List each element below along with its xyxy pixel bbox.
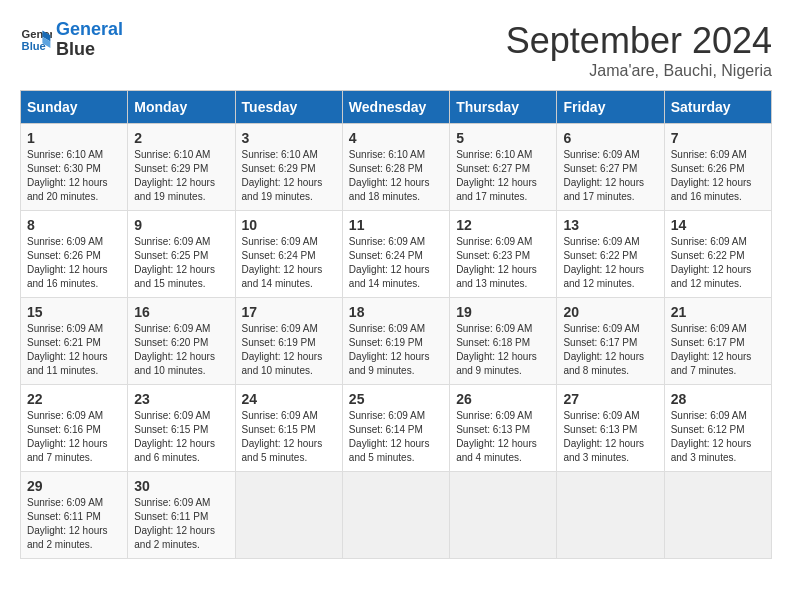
day-number: 15 xyxy=(27,304,121,320)
day-info: Sunrise: 6:09 AMSunset: 6:17 PMDaylight:… xyxy=(563,322,657,378)
calendar-title-area: September 2024 Jama'are, Bauchi, Nigeria xyxy=(506,20,772,80)
day-info: Sunrise: 6:09 AMSunset: 6:13 PMDaylight:… xyxy=(456,409,550,465)
day-number: 3 xyxy=(242,130,336,146)
calendar-header-thursday: Thursday xyxy=(450,91,557,124)
day-number: 18 xyxy=(349,304,443,320)
table-row: 27Sunrise: 6:09 AMSunset: 6:13 PMDayligh… xyxy=(557,385,664,472)
day-number: 30 xyxy=(134,478,228,494)
day-number: 24 xyxy=(242,391,336,407)
day-info: Sunrise: 6:09 AMSunset: 6:13 PMDaylight:… xyxy=(563,409,657,465)
day-number: 4 xyxy=(349,130,443,146)
day-number: 27 xyxy=(563,391,657,407)
day-number: 20 xyxy=(563,304,657,320)
table-row: 29Sunrise: 6:09 AMSunset: 6:11 PMDayligh… xyxy=(21,472,128,559)
calendar-week-row: 1Sunrise: 6:10 AMSunset: 6:30 PMDaylight… xyxy=(21,124,772,211)
day-info: Sunrise: 6:09 AMSunset: 6:18 PMDaylight:… xyxy=(456,322,550,378)
table-row: 14Sunrise: 6:09 AMSunset: 6:22 PMDayligh… xyxy=(664,211,771,298)
day-number: 5 xyxy=(456,130,550,146)
page-header: General Blue General Blue September 2024… xyxy=(20,20,772,80)
table-row: 30Sunrise: 6:09 AMSunset: 6:11 PMDayligh… xyxy=(128,472,235,559)
day-number: 7 xyxy=(671,130,765,146)
day-number: 11 xyxy=(349,217,443,233)
day-info: Sunrise: 6:09 AMSunset: 6:23 PMDaylight:… xyxy=(456,235,550,291)
calendar-header-sunday: Sunday xyxy=(21,91,128,124)
day-number: 1 xyxy=(27,130,121,146)
day-info: Sunrise: 6:09 AMSunset: 6:20 PMDaylight:… xyxy=(134,322,228,378)
day-number: 8 xyxy=(27,217,121,233)
table-row: 17Sunrise: 6:09 AMSunset: 6:19 PMDayligh… xyxy=(235,298,342,385)
day-number: 16 xyxy=(134,304,228,320)
day-info: Sunrise: 6:10 AMSunset: 6:29 PMDaylight:… xyxy=(134,148,228,204)
table-row: 22Sunrise: 6:09 AMSunset: 6:16 PMDayligh… xyxy=(21,385,128,472)
day-number: 23 xyxy=(134,391,228,407)
day-number: 19 xyxy=(456,304,550,320)
table-row: 10Sunrise: 6:09 AMSunset: 6:24 PMDayligh… xyxy=(235,211,342,298)
calendar-header-wednesday: Wednesday xyxy=(342,91,449,124)
table-row: 6Sunrise: 6:09 AMSunset: 6:27 PMDaylight… xyxy=(557,124,664,211)
table-row xyxy=(664,472,771,559)
calendar-table: SundayMondayTuesdayWednesdayThursdayFrid… xyxy=(20,90,772,559)
day-info: Sunrise: 6:09 AMSunset: 6:16 PMDaylight:… xyxy=(27,409,121,465)
table-row: 21Sunrise: 6:09 AMSunset: 6:17 PMDayligh… xyxy=(664,298,771,385)
day-number: 9 xyxy=(134,217,228,233)
day-number: 21 xyxy=(671,304,765,320)
day-number: 14 xyxy=(671,217,765,233)
day-number: 2 xyxy=(134,130,228,146)
calendar-header-monday: Monday xyxy=(128,91,235,124)
table-row: 20Sunrise: 6:09 AMSunset: 6:17 PMDayligh… xyxy=(557,298,664,385)
table-row: 25Sunrise: 6:09 AMSunset: 6:14 PMDayligh… xyxy=(342,385,449,472)
day-number: 29 xyxy=(27,478,121,494)
day-info: Sunrise: 6:10 AMSunset: 6:29 PMDaylight:… xyxy=(242,148,336,204)
day-number: 17 xyxy=(242,304,336,320)
day-info: Sunrise: 6:09 AMSunset: 6:22 PMDaylight:… xyxy=(671,235,765,291)
day-info: Sunrise: 6:09 AMSunset: 6:22 PMDaylight:… xyxy=(563,235,657,291)
calendar-week-row: 15Sunrise: 6:09 AMSunset: 6:21 PMDayligh… xyxy=(21,298,772,385)
table-row xyxy=(450,472,557,559)
day-info: Sunrise: 6:09 AMSunset: 6:11 PMDaylight:… xyxy=(134,496,228,552)
table-row: 11Sunrise: 6:09 AMSunset: 6:24 PMDayligh… xyxy=(342,211,449,298)
logo-icon: General Blue xyxy=(20,24,52,56)
table-row: 2Sunrise: 6:10 AMSunset: 6:29 PMDaylight… xyxy=(128,124,235,211)
day-info: Sunrise: 6:09 AMSunset: 6:26 PMDaylight:… xyxy=(671,148,765,204)
location-subtitle: Jama'are, Bauchi, Nigeria xyxy=(506,62,772,80)
day-info: Sunrise: 6:09 AMSunset: 6:12 PMDaylight:… xyxy=(671,409,765,465)
table-row: 26Sunrise: 6:09 AMSunset: 6:13 PMDayligh… xyxy=(450,385,557,472)
table-row: 18Sunrise: 6:09 AMSunset: 6:19 PMDayligh… xyxy=(342,298,449,385)
day-info: Sunrise: 6:10 AMSunset: 6:28 PMDaylight:… xyxy=(349,148,443,204)
day-info: Sunrise: 6:09 AMSunset: 6:25 PMDaylight:… xyxy=(134,235,228,291)
table-row: 8Sunrise: 6:09 AMSunset: 6:26 PMDaylight… xyxy=(21,211,128,298)
day-number: 10 xyxy=(242,217,336,233)
day-info: Sunrise: 6:09 AMSunset: 6:24 PMDaylight:… xyxy=(242,235,336,291)
calendar-header-row: SundayMondayTuesdayWednesdayThursdayFrid… xyxy=(21,91,772,124)
table-row xyxy=(342,472,449,559)
calendar-week-row: 8Sunrise: 6:09 AMSunset: 6:26 PMDaylight… xyxy=(21,211,772,298)
calendar-header-friday: Friday xyxy=(557,91,664,124)
day-number: 28 xyxy=(671,391,765,407)
table-row: 28Sunrise: 6:09 AMSunset: 6:12 PMDayligh… xyxy=(664,385,771,472)
table-row: 9Sunrise: 6:09 AMSunset: 6:25 PMDaylight… xyxy=(128,211,235,298)
day-number: 25 xyxy=(349,391,443,407)
table-row: 15Sunrise: 6:09 AMSunset: 6:21 PMDayligh… xyxy=(21,298,128,385)
day-info: Sunrise: 6:10 AMSunset: 6:30 PMDaylight:… xyxy=(27,148,121,204)
calendar-week-row: 29Sunrise: 6:09 AMSunset: 6:11 PMDayligh… xyxy=(21,472,772,559)
svg-text:Blue: Blue xyxy=(22,39,46,51)
table-row: 12Sunrise: 6:09 AMSunset: 6:23 PMDayligh… xyxy=(450,211,557,298)
day-info: Sunrise: 6:09 AMSunset: 6:19 PMDaylight:… xyxy=(242,322,336,378)
day-info: Sunrise: 6:10 AMSunset: 6:27 PMDaylight:… xyxy=(456,148,550,204)
day-number: 22 xyxy=(27,391,121,407)
table-row: 1Sunrise: 6:10 AMSunset: 6:30 PMDaylight… xyxy=(21,124,128,211)
calendar-header-tuesday: Tuesday xyxy=(235,91,342,124)
day-number: 13 xyxy=(563,217,657,233)
table-row: 3Sunrise: 6:10 AMSunset: 6:29 PMDaylight… xyxy=(235,124,342,211)
calendar-header-saturday: Saturday xyxy=(664,91,771,124)
day-number: 6 xyxy=(563,130,657,146)
day-info: Sunrise: 6:09 AMSunset: 6:15 PMDaylight:… xyxy=(134,409,228,465)
day-info: Sunrise: 6:09 AMSunset: 6:15 PMDaylight:… xyxy=(242,409,336,465)
table-row: 23Sunrise: 6:09 AMSunset: 6:15 PMDayligh… xyxy=(128,385,235,472)
day-number: 12 xyxy=(456,217,550,233)
day-info: Sunrise: 6:09 AMSunset: 6:19 PMDaylight:… xyxy=(349,322,443,378)
table-row xyxy=(557,472,664,559)
day-info: Sunrise: 6:09 AMSunset: 6:21 PMDaylight:… xyxy=(27,322,121,378)
logo: General Blue General Blue xyxy=(20,20,123,60)
table-row: 19Sunrise: 6:09 AMSunset: 6:18 PMDayligh… xyxy=(450,298,557,385)
